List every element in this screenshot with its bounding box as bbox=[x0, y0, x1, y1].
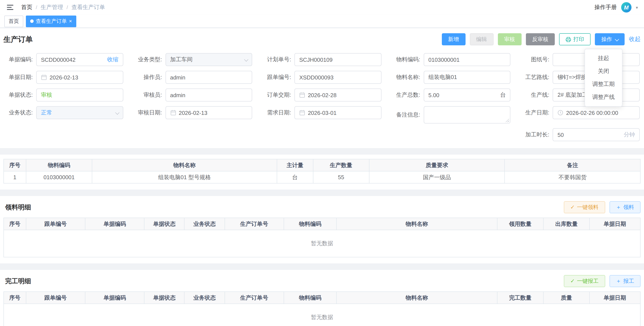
field-material-code: 物料编码: 0103000001 bbox=[391, 53, 510, 66]
demand-date-input[interactable]: 2026-03-01 bbox=[294, 106, 381, 119]
process-route-value: 铆钉=>焊接 bbox=[558, 73, 586, 81]
tab-label: 查看生产订单 bbox=[36, 18, 67, 25]
col-header: 主计量 bbox=[277, 159, 313, 171]
col-header: 备注 bbox=[505, 159, 640, 171]
manual-link[interactable]: 操作手册 bbox=[594, 4, 617, 11]
col-header: 跟单编号 bbox=[26, 218, 85, 230]
field-doc-code: 单据编码: SCDD000042 收缩 bbox=[4, 53, 123, 66]
doc-code-input[interactable]: SCDD000042 收缩 bbox=[36, 53, 123, 66]
doc-status-value: 审核 bbox=[41, 91, 52, 99]
menu-item-adjust-line[interactable]: 调整产线 bbox=[585, 91, 622, 104]
plan-no-value: SCJH000109 bbox=[299, 56, 332, 63]
col-header: 物料名称 bbox=[92, 159, 277, 171]
operator-label: 操作员: bbox=[132, 73, 165, 81]
operator-input[interactable]: admin bbox=[165, 71, 252, 84]
page-title: 生产订单 bbox=[4, 34, 33, 44]
tab-view-production-order[interactable]: 查看生产订单 × bbox=[26, 15, 76, 27]
operator-value: admin bbox=[170, 74, 185, 81]
prod-date-value: 2026-02-26 00:00:00 bbox=[566, 109, 618, 116]
report-button[interactable]: ＋ 报工 bbox=[609, 275, 640, 287]
caret-down-icon[interactable]: ▾ bbox=[636, 5, 638, 10]
follow-no-value: XSDD000093 bbox=[299, 74, 334, 81]
avatar[interactable]: M bbox=[621, 2, 632, 13]
topbar-right: 操作手册 M ▾ bbox=[594, 2, 638, 13]
col-header: 质量要求 bbox=[369, 159, 505, 171]
prod-date-input[interactable]: 2026-02-26 00:00:00 bbox=[553, 106, 640, 119]
print-button[interactable]: 打印 bbox=[559, 33, 590, 45]
empty-text: 暂无数据 bbox=[311, 313, 333, 321]
cell-unit: 台 bbox=[277, 171, 313, 183]
duration-label: 加工时长: bbox=[520, 131, 553, 139]
col-header: 单据编码 bbox=[85, 292, 144, 304]
field-audit-date: 审核日期: 2026-02-13 bbox=[132, 106, 252, 119]
completion-header-row: 序号 跟单编号 单据编码 单据状态 业务状态 生产订单号 物料编码 物料名称 完… bbox=[4, 292, 640, 304]
close-icon[interactable]: × bbox=[69, 19, 72, 24]
material-name-value: 组装电脑01 bbox=[428, 73, 457, 81]
menu-item-suspend[interactable]: 挂起 bbox=[585, 52, 622, 65]
audit-date-input[interactable]: 2026-02-13 bbox=[165, 106, 252, 119]
remark-textarea[interactable] bbox=[424, 106, 510, 123]
col-header: 单据编码 bbox=[85, 218, 144, 230]
plan-no-label: 计划单号: bbox=[262, 56, 294, 64]
tab-home-label: 首页 bbox=[8, 18, 19, 25]
duration-value: 50 bbox=[558, 131, 564, 138]
auditor-input[interactable]: admin bbox=[165, 89, 252, 101]
calendar-icon bbox=[299, 92, 305, 98]
doc-status-input[interactable]: 审核 bbox=[36, 89, 123, 101]
material-name-input[interactable]: 组装电脑01 bbox=[424, 71, 510, 84]
material-code-input[interactable]: 0103000001 bbox=[424, 53, 510, 66]
field-biz-type: 业务类型: 加工车间 bbox=[132, 53, 252, 66]
material-code-value: 0103000001 bbox=[428, 56, 460, 63]
breadcrumb-home[interactable]: 首页 bbox=[21, 4, 32, 11]
biz-status-label: 业务状态: bbox=[4, 109, 36, 117]
follow-no-input[interactable]: XSDD000093 bbox=[294, 71, 381, 84]
shrink-link[interactable]: 收缩 bbox=[107, 56, 118, 64]
duration-input[interactable]: 50 分钟 bbox=[553, 128, 640, 141]
prod-line-label: 生产线: bbox=[520, 91, 553, 99]
hamburger-menu-icon[interactable] bbox=[6, 4, 14, 11]
audit-button: 审核 bbox=[498, 33, 521, 45]
biz-type-value: 加工车间 bbox=[170, 56, 192, 64]
calendar-icon bbox=[170, 110, 176, 116]
unaudit-button[interactable]: 反审核 bbox=[526, 33, 555, 45]
action-button[interactable]: 操作 bbox=[595, 33, 624, 45]
app-root: 首页 / 生产管理 / 查看生产订单 操作手册 M ▾ 首页 查看生产订单 × … bbox=[0, 0, 644, 326]
collapse-toggle[interactable]: 收起 bbox=[629, 35, 640, 43]
cell-material-name: 组装电脑01 型号规格 bbox=[92, 171, 277, 183]
delivery-date-input[interactable]: 2026-02-28 bbox=[294, 89, 381, 101]
active-dot-icon bbox=[30, 20, 34, 23]
batch-report-button[interactable]: ✓ 一键报工 bbox=[564, 275, 605, 287]
menu-item-close[interactable]: 关闭 bbox=[585, 65, 622, 78]
field-total-qty: 生产总数: 5.00 台 bbox=[391, 89, 510, 101]
biz-status-select[interactable]: 正常 bbox=[36, 106, 123, 119]
calendar-icon bbox=[41, 74, 47, 80]
col-header: 领用数量 bbox=[497, 218, 544, 230]
plan-no-input[interactable]: SCJH000109 bbox=[294, 53, 381, 66]
field-biz-status: 业务状态: 正常 bbox=[4, 106, 123, 119]
biz-type-select[interactable]: 加工车间 bbox=[165, 53, 252, 66]
tab-home[interactable]: 首页 bbox=[4, 15, 23, 27]
col-header: 业务状态 bbox=[184, 292, 224, 304]
total-qty-label: 生产总数: bbox=[391, 91, 424, 99]
process-route-label: 工艺路线: bbox=[520, 73, 553, 81]
doc-date-input[interactable]: 2026-02-13 bbox=[36, 71, 123, 84]
delivery-date-label: 订单交期: bbox=[262, 91, 294, 99]
breadcrumb-production-mgmt[interactable]: 生产管理 bbox=[41, 4, 63, 11]
add-button[interactable]: 新增 bbox=[442, 33, 465, 45]
batch-pick-button[interactable]: ✓ 一键领料 bbox=[564, 201, 605, 213]
breadcrumb: 首页 / 生产管理 / 查看生产订单 bbox=[21, 4, 105, 11]
pick-button[interactable]: ＋ 领料 bbox=[609, 201, 640, 213]
field-delivery-date: 订单交期: 2026-02-28 bbox=[262, 89, 381, 101]
table-row[interactable]: 1 0103000001 组装电脑01 型号规格 台 55 国产一级品 不要韩国… bbox=[4, 171, 640, 183]
menu-item-adjust-schedule[interactable]: 调整工期 bbox=[585, 78, 622, 91]
action-dropdown-menu: 挂起 关闭 调整工期 调整产线 bbox=[584, 49, 622, 107]
clock-icon bbox=[558, 110, 564, 116]
total-qty-input[interactable]: 5.00 台 bbox=[424, 89, 510, 101]
tags-view-bar: 首页 查看生产订单 × bbox=[0, 15, 644, 28]
field-remark: 备注信息: bbox=[391, 106, 510, 123]
demand-date-label: 需求日期: bbox=[262, 109, 294, 117]
field-doc-date: 单据日期: 2026-02-13 bbox=[4, 71, 123, 84]
total-qty-value: 5.00 bbox=[428, 92, 440, 98]
items-panel: 序号 物料编码 物料名称 主计量 生产数量 质量要求 备注 1 01030000… bbox=[0, 154, 644, 190]
field-plan-no: 计划单号: SCJH000109 bbox=[262, 53, 381, 66]
